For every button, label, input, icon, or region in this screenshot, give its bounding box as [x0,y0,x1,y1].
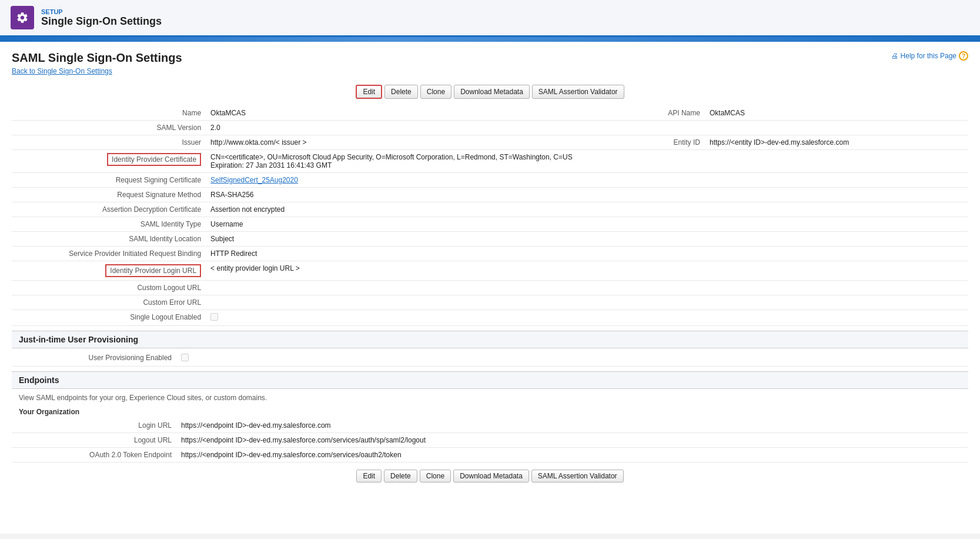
endpoints-description: View SAML endpoints for your org, Experi… [12,391,968,405]
custom-error-url-value [206,295,621,310]
your-org-label: Your Organization [12,405,968,418]
delete-button-top[interactable]: Delete [384,85,418,99]
endpoints-section-header: Endpoints [12,371,968,389]
name-row: Name OktaMCAS API Name OktaMCAS [12,106,968,121]
assertion-decryption-cert-value: Assertion not encrypted [206,202,621,217]
saml-assertion-validator-button-top[interactable]: SAML Assertion Validator [532,85,624,99]
setup-label: SETUP [41,8,162,15]
header-title: Single Sign-On Settings [41,15,162,28]
clone-button-top[interactable]: Clone [420,85,451,99]
login-url-label: Login URL [12,418,176,433]
assertion-decryption-cert-label: Assertion Decryption Certificate [12,202,206,217]
user-provisioning-enabled-label: User Provisioning Enabled [12,351,176,367]
logout-url-label: Logout URL [12,433,176,448]
idp-login-url-row: Identity Provider Login URL < entity pro… [12,261,968,281]
help-link-label: Help for this Page [901,52,956,60]
saml-version-label: SAML Version [12,121,206,135]
custom-logout-url-value [206,281,621,295]
idp-cert-expiry: Expiration: 27 Jan 2031 16:41:43 GMT [210,161,617,169]
saml-assertion-validator-button-bottom[interactable]: SAML Assertion Validator [531,470,624,483]
user-provisioning-checkbox[interactable] [181,354,189,361]
request-signature-method-label: Request Signature Method [12,188,206,202]
entity-id-label: Entity ID [622,135,705,150]
edit-button-top[interactable]: Edit [356,85,382,99]
login-url-row: Login URL https://<endpoint ID>-dev-ed.m… [12,418,968,433]
service-provider-initiated-label: Service Provider Initiated Request Bindi… [12,247,206,261]
entity-id-value: https://<entity ID>-dev-ed.my.salesforce… [705,135,968,150]
saml-identity-location-value: Subject [206,232,621,247]
page-header: SAML Single Sign-On Settings 🖨 Help for … [12,51,968,65]
jit-section-header: Just-in-time User Provisioning [12,331,968,348]
logout-url-row: Logout URL https://<endpoint ID>-dev-ed.… [12,433,968,448]
request-signing-cert-row: Request Signing Certificate SelfSignedCe… [12,173,968,188]
api-name-label: API Name [622,106,705,121]
idp-login-url-label-cell: Identity Provider Login URL [12,261,206,281]
idp-login-url-value: < entity provider login URL > [206,261,621,281]
saml-identity-location-label: SAML Identity Location [12,232,206,247]
page-title: SAML Single Sign-On Settings [12,51,182,65]
saml-identity-location-row: SAML Identity Location Subject [12,232,968,247]
saml-version-value: 2.0 [206,121,621,135]
custom-error-url-label: Custom Error URL [12,295,206,310]
name-label: Name [12,106,206,121]
idp-cert-label: Identity Provider Certificate [107,153,201,166]
endpoints-fields-table: Login URL https://<endpoint ID>-dev-ed.m… [12,418,968,463]
help-question-icon: ? [959,51,968,61]
toolbar-bottom: Edit Delete Clone Download Metadata SAML… [12,470,968,483]
api-name-value: OktaMCAS [705,106,968,121]
settings-icon [16,11,29,24]
logout-url-value: https://<endpoint ID>-dev-ed.my.salesfor… [176,433,674,448]
toolbar-top: Edit Delete Clone Download Metadata SAML… [12,85,968,99]
idp-cert-row: Identity Provider Certificate CN=<certif… [12,150,968,173]
idp-cert-value-cell: CN=<certificate>, OU=Microsoft Cloud App… [206,150,621,173]
idp-cert-label-cell: Identity Provider Certificate [12,150,206,173]
request-signature-method-row: Request Signature Method RSA-SHA256 [12,188,968,202]
header-text-group: SETUP Single Sign-On Settings [41,8,162,28]
name-value: OktaMCAS [206,106,621,121]
idp-cert-value: CN=<certificate>, OU=Microsoft Cloud App… [210,153,617,161]
request-signing-cert-label: Request Signing Certificate [12,173,206,188]
assertion-decryption-cert-row: Assertion Decryption Certificate Asserti… [12,202,968,217]
jit-fields-table: User Provisioning Enabled [12,351,968,367]
oauth-token-endpoint-label: OAuth 2.0 Token Endpoint [12,448,176,463]
clone-button-bottom[interactable]: Clone [420,470,451,483]
single-logout-enabled-value [206,310,621,326]
main-content: SAML Single Sign-On Settings 🖨 Help for … [0,42,980,534]
issuer-value: http://www.okta.com/< issuer > [206,135,621,150]
idp-login-url-label: Identity Provider Login URL [105,264,201,277]
issuer-row: Issuer http://www.okta.com/< issuer > En… [12,135,968,150]
user-provisioning-enabled-row: User Provisioning Enabled [12,351,968,367]
issuer-label: Issuer [12,135,206,150]
single-logout-enabled-row: Single Logout Enabled [12,310,968,326]
login-url-value: https://<endpoint ID>-dev-ed.my.salesfor… [176,418,674,433]
download-metadata-button-top[interactable]: Download Metadata [454,85,530,99]
custom-error-url-row: Custom Error URL [12,295,968,310]
fields-table: Name OktaMCAS API Name OktaMCAS SAML Ver… [12,106,968,326]
oauth-token-endpoint-value: https://<endpoint ID>-dev-ed.my.salesfor… [176,448,674,463]
delete-button-bottom[interactable]: Delete [384,470,417,483]
saml-identity-type-value: Username [206,217,621,232]
download-metadata-button-bottom[interactable]: Download Metadata [453,470,529,483]
edit-button-bottom[interactable]: Edit [356,470,382,483]
app-icon [11,6,34,29]
single-logout-enabled-label: Single Logout Enabled [12,310,206,326]
app-header: SETUP Single Sign-On Settings [0,0,980,37]
single-logout-checkbox[interactable] [210,313,218,321]
service-provider-initiated-row: Service Provider Initiated Request Bindi… [12,247,968,261]
custom-logout-url-label: Custom Logout URL [12,281,206,295]
request-signature-method-value: RSA-SHA256 [206,188,621,202]
saml-version-row: SAML Version 2.0 [12,121,968,135]
printer-icon: 🖨 [891,52,898,60]
custom-logout-url-row: Custom Logout URL [12,281,968,295]
saml-identity-type-row: SAML Identity Type Username [12,217,968,232]
help-link[interactable]: 🖨 Help for this Page ? [891,51,968,61]
saml-identity-type-label: SAML Identity Type [12,217,206,232]
oauth-token-endpoint-row: OAuth 2.0 Token Endpoint https://<endpoi… [12,448,968,463]
user-provisioning-enabled-value [176,351,674,367]
request-signing-cert-link[interactable]: SelfSignedCert_25Aug2020 [210,176,298,184]
service-provider-initiated-value: HTTP Redirect [206,247,621,261]
blue-decorative-band [0,37,980,42]
back-link[interactable]: Back to Single Sign-On Settings [12,67,968,75]
request-signing-cert-value: SelfSignedCert_25Aug2020 [206,173,621,188]
page-title-area: SAML Single Sign-On Settings [12,51,182,65]
